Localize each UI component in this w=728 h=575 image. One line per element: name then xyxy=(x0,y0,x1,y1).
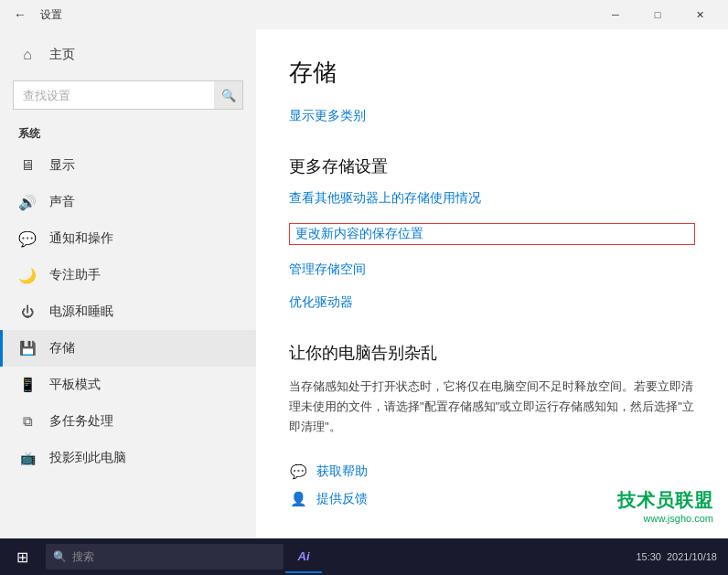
sidebar-item-notifications[interactable]: 💬 通知和操作 xyxy=(0,220,256,257)
tablet-icon: 📱 xyxy=(18,376,37,394)
sidebar-item-label: 声音 xyxy=(49,194,75,210)
storage-icon: 💾 xyxy=(18,339,37,357)
start-icon: ⊞ xyxy=(16,548,28,566)
titlebar-left: ← 设置 xyxy=(7,2,594,27)
projection-icon: 📺 xyxy=(18,449,37,467)
power-icon: ⏻ xyxy=(18,303,37,321)
taskbar-app-item[interactable]: Ai xyxy=(285,540,322,573)
feedback-icon: 👤 xyxy=(289,490,307,508)
help-icon: 💬 xyxy=(289,463,307,481)
settings-window: ← 设置 ─ □ ✕ ⌂ 主页 🔍 系统 xyxy=(0,0,728,575)
titlebar: ← 设置 ─ □ ✕ xyxy=(0,0,728,29)
ai-label: Ai xyxy=(298,549,310,563)
get-help-label: 获取帮助 xyxy=(316,463,368,480)
sidebar-item-display[interactable]: 🖥 显示 xyxy=(0,147,256,184)
minimize-button[interactable]: ─ xyxy=(594,0,637,29)
search-input[interactable] xyxy=(13,80,243,110)
taskbar-time: 15:30 xyxy=(636,551,661,562)
sidebar-item-sound[interactable]: 🔊 声音 xyxy=(0,184,256,220)
sidebar-item-tablet[interactable]: 📱 平板模式 xyxy=(0,367,256,403)
clean-section-desc: 当存储感知处于打开状态时，它将仅在电脑空间不足时释放空间。若要立即清理未使用的文… xyxy=(289,377,695,437)
sidebar-item-label: 多任务处理 xyxy=(49,413,113,430)
sidebar-item-storage[interactable]: 💾 存储 xyxy=(0,330,256,367)
content-area: ⌂ 主页 🔍 系统 🖥 显示 🔊 声音 💬 通知和操作 xyxy=(0,29,728,538)
taskbar-date: 2021/10/18 xyxy=(667,551,717,562)
sidebar-item-label: 平板模式 xyxy=(49,377,101,393)
manage-storage-spaces-link[interactable]: 管理存储空间 xyxy=(289,261,695,278)
sidebar-item-label: 投影到此电脑 xyxy=(49,450,126,466)
taskbar: ⊞ 🔍 搜索 Ai 15:30 2021/10/18 xyxy=(0,538,728,575)
sidebar-search-container: 🔍 xyxy=(13,80,243,110)
page-title: 存储 xyxy=(289,57,695,89)
sidebar-home-label: 主页 xyxy=(49,47,75,63)
start-button[interactable]: ⊞ xyxy=(4,540,40,573)
feedback-label: 提供反馈 xyxy=(316,491,368,507)
feedback-link[interactable]: 👤 提供反馈 xyxy=(289,490,695,508)
sidebar: ⌂ 主页 🔍 系统 🖥 显示 🔊 声音 💬 通知和操作 xyxy=(0,29,256,538)
multitasking-icon: ⧉ xyxy=(18,412,37,431)
sidebar-item-focus[interactable]: 🌙 专注助手 xyxy=(0,257,256,293)
display-icon: 🖥 xyxy=(18,156,37,175)
sidebar-item-label: 电源和睡眠 xyxy=(49,303,113,320)
more-storage-settings-title: 更多存储设置 xyxy=(289,155,695,177)
taskbar-right: 15:30 2021/10/18 xyxy=(636,551,724,562)
sidebar-item-projection[interactable]: 📺 投影到此电脑 xyxy=(0,440,256,476)
sidebar-item-label: 存储 xyxy=(49,340,75,357)
watermark-url: www.jsgho.com xyxy=(617,513,713,524)
notifications-icon: 💬 xyxy=(18,229,37,248)
sound-icon: 🔊 xyxy=(18,193,37,211)
back-button[interactable]: ← xyxy=(7,2,33,27)
get-help-link[interactable]: 💬 获取帮助 xyxy=(289,463,695,481)
home-icon: ⌂ xyxy=(18,46,37,64)
sidebar-home-item[interactable]: ⌂ 主页 xyxy=(0,37,256,73)
sidebar-item-power[interactable]: ⏻ 电源和睡眠 xyxy=(0,293,256,330)
optimize-drives-link[interactable]: 优化驱动器 xyxy=(289,294,695,311)
taskbar-search-label: 搜索 xyxy=(72,549,94,565)
taskbar-search[interactable]: 🔍 搜索 xyxy=(46,544,284,570)
sidebar-item-label: 显示 xyxy=(49,157,75,174)
sidebar-section-label: 系统 xyxy=(0,117,256,147)
footer-links: 💬 获取帮助 👤 提供反馈 xyxy=(289,463,695,508)
main-content: 存储 显示更多类别 更多存储设置 查看其他驱动器上的存储使用情况 更改新内容的保… xyxy=(256,29,728,538)
taskbar-search-icon: 🔍 xyxy=(53,550,67,563)
titlebar-controls: ─ □ ✕ xyxy=(594,0,721,29)
show-more-categories-link[interactable]: 显示更多类别 xyxy=(289,108,366,124)
clean-section-title: 让你的电脑告别杂乱 xyxy=(289,342,695,364)
sidebar-item-multitasking[interactable]: ⧉ 多任务处理 xyxy=(0,403,256,440)
close-button[interactable]: ✕ xyxy=(679,0,721,29)
focus-icon: 🌙 xyxy=(18,266,37,284)
search-button[interactable]: 🔍 xyxy=(214,80,243,110)
maximize-button[interactable]: □ xyxy=(637,0,679,29)
sidebar-item-label: 通知和操作 xyxy=(49,230,113,247)
titlebar-title: 设置 xyxy=(40,7,62,23)
view-other-drives-link[interactable]: 查看其他驱动器上的存储使用情况 xyxy=(289,190,695,207)
sidebar-item-label: 专注助手 xyxy=(49,267,101,283)
change-save-location-link[interactable]: 更改新内容的保存位置 xyxy=(289,223,695,245)
